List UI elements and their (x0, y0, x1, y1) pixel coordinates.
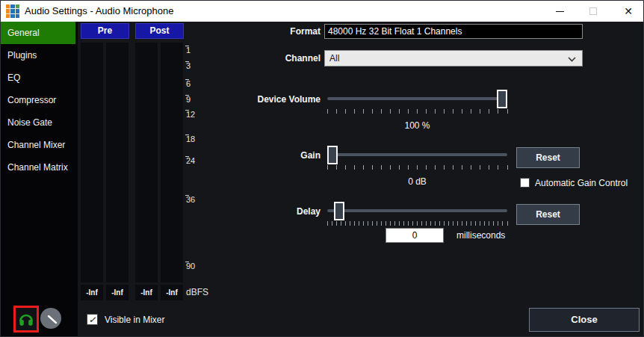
sidebar-item-channel-matrix[interactable]: Channel Matrix (1, 156, 75, 179)
delay-reset-button[interactable]: Reset (516, 204, 580, 225)
gain-reset-button[interactable]: Reset (516, 147, 580, 168)
minimize-icon (556, 11, 564, 12)
scale-tick: 3 (186, 61, 191, 70)
meter-bar-pre-2 (106, 43, 129, 282)
audio-settings-window: Audio Settings - Audio Microphone ✕ Gene… (0, 0, 644, 337)
channel-selected-value: All (329, 53, 339, 64)
meter-value-post-1: -Inf (135, 285, 158, 300)
meter-unit-label: dBFS (186, 287, 208, 297)
maximize-button (577, 1, 610, 22)
sidebar-item-general[interactable]: General (1, 22, 75, 44)
slider-track (327, 153, 507, 156)
sidebar-item-compressor[interactable]: Compressor (1, 89, 75, 111)
slider-track (327, 209, 507, 212)
close-window-button[interactable]: ✕ (612, 1, 644, 22)
scale-tick: 18 (186, 135, 195, 143)
format-field[interactable] (324, 24, 583, 39)
format-label: Format (225, 26, 321, 37)
headphones-icon (18, 312, 34, 327)
scale-tick: 36 (186, 195, 195, 204)
scale-tick: 6 (186, 79, 191, 88)
gain-value: 0 dB (327, 176, 507, 187)
headphones-monitor-button[interactable] (13, 306, 39, 333)
meter-value-post-2: -Inf (161, 285, 183, 300)
slider-ticks (327, 221, 507, 226)
device-volume-value: 100 % (327, 120, 507, 131)
channel-dropdown[interactable]: All (324, 50, 583, 67)
slider-track (327, 97, 507, 100)
app-logo-icon (6, 4, 19, 18)
meter-header-pre: Pre (81, 23, 129, 39)
slider-ticks (327, 165, 507, 170)
title-bar: Audio Settings - Audio Microphone ✕ (1, 1, 644, 22)
meter-bar-post-2 (161, 43, 183, 282)
sidebar-item-noise-gate[interactable]: Noise Gate (1, 111, 75, 134)
device-volume-label: Device Volume (225, 94, 321, 105)
visible-in-mixer-checkbox[interactable]: ✓ (87, 314, 98, 325)
delay-slider-thumb[interactable] (334, 202, 344, 220)
sidebar-item-plugins[interactable]: Plugins (1, 44, 75, 67)
check-icon: ✓ (88, 315, 96, 324)
agc-label: Automatic Gain Control (535, 178, 628, 188)
meter-value-pre-2: -Inf (106, 285, 129, 300)
channel-label: Channel (225, 53, 321, 64)
chevron-down-icon (568, 57, 576, 62)
meter-value-pre-1: -Inf (81, 285, 103, 300)
knob-pointer-icon (40, 308, 61, 329)
sidebar-item-channel-mixer[interactable]: Channel Mixer (1, 134, 75, 156)
meter-bar-post-1 (135, 43, 158, 282)
device-volume-slider-thumb[interactable] (497, 90, 507, 108)
meter-header-post: Post (135, 23, 184, 39)
sidebar-item-eq[interactable]: EQ (1, 67, 75, 89)
scale-tick: 12 (186, 110, 195, 119)
delay-slider[interactable] (327, 202, 507, 226)
scale-tick: 24 (186, 156, 195, 165)
slider-ticks (327, 109, 507, 114)
scale-tick: 90 (186, 262, 195, 270)
minimize-button[interactable] (543, 1, 576, 22)
settings-sidebar: General Plugins EQ Compressor Noise Gate… (1, 22, 78, 337)
scale-tick: 1 (186, 46, 191, 55)
maximize-icon (589, 7, 597, 15)
visible-in-mixer-label: Visible in Mixer (105, 315, 164, 325)
gain-slider-thumb[interactable] (327, 146, 338, 164)
delay-label: Delay (225, 206, 321, 217)
gain-label: Gain (225, 150, 321, 161)
agc-checkbox[interactable]: ✓ (520, 178, 530, 188)
device-volume-slider[interactable] (327, 90, 507, 114)
delay-milliseconds-input[interactable] (386, 228, 444, 243)
window-title: Audio Settings - Audio Microphone (25, 1, 173, 22)
monitor-volume-knob[interactable] (40, 308, 61, 329)
meter-bar-pre-1 (81, 43, 103, 282)
milliseconds-label: milliseconds (456, 230, 505, 241)
close-button[interactable]: Close (529, 308, 640, 332)
scale-tick: 9 (186, 95, 191, 104)
gain-slider[interactable] (327, 146, 507, 170)
